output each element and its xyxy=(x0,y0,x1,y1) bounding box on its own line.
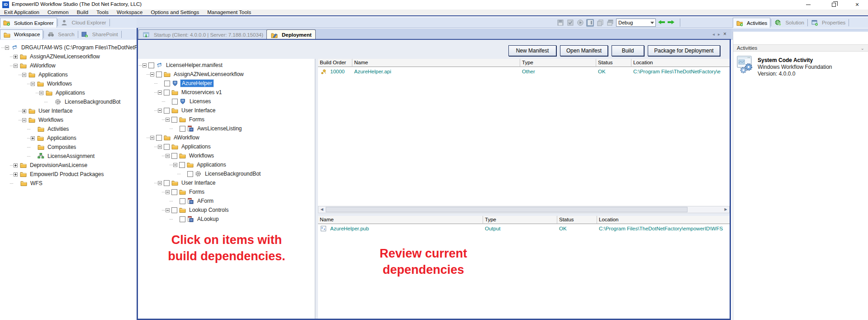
tree-item-forms[interactable]: Forms xyxy=(162,187,206,196)
tree-item-azurehelper[interactable]: AzureHelper xyxy=(154,79,213,88)
build-table-column-type[interactable]: Type xyxy=(520,59,596,67)
manifest-item-checkbox[interactable] xyxy=(156,135,162,141)
collapse-icon[interactable] xyxy=(158,145,162,149)
manifest-item-checkbox[interactable] xyxy=(148,62,154,68)
restore-button[interactable] xyxy=(827,0,840,9)
collapse-icon[interactable] xyxy=(166,154,170,158)
tab-cloud-explorer[interactable]: Cloud Explorer xyxy=(58,18,109,28)
stop-toolbar-button[interactable] xyxy=(586,19,594,27)
tree-item-forms[interactable]: Forms xyxy=(162,115,206,124)
cascade-toolbar-button[interactable] xyxy=(606,19,614,27)
pages-toolbar-button[interactable] xyxy=(596,19,604,27)
activity-list-item[interactable]: System Code Activity Windows Workflow Fo… xyxy=(737,55,832,77)
build-configuration-select[interactable]: Debug xyxy=(616,19,656,27)
collapse-icon[interactable] xyxy=(31,82,35,86)
tree-item-workflows[interactable]: Workflows xyxy=(162,151,215,160)
collapse-icon[interactable] xyxy=(166,208,170,212)
manifest-item-checkbox[interactable] xyxy=(164,108,170,114)
tab-workspace[interactable]: Workspace xyxy=(0,29,43,39)
tree-item-empowerid-product-packages[interactable]: EmpowerID Product Packages xyxy=(10,170,105,179)
menu-item-tools[interactable]: Tools xyxy=(92,10,113,15)
manifest-item-checkbox[interactable] xyxy=(180,126,185,132)
tab-close-button[interactable]: × xyxy=(723,31,726,37)
tab-activities[interactable]: Activities xyxy=(733,18,770,28)
scroll-right-icon[interactable]: ▶ xyxy=(722,206,729,213)
tree-item-licensehelper-manifest[interactable]: LicenseHelper.manifest xyxy=(139,61,224,70)
tree-item-licenses[interactable]: Licenses xyxy=(162,97,212,106)
collapse-icon[interactable] xyxy=(166,190,170,194)
activities-section-header[interactable]: Activities ⌄ xyxy=(733,44,868,52)
manifest-item-checkbox[interactable] xyxy=(171,189,177,195)
manifest-item-checkbox[interactable] xyxy=(164,81,170,86)
menu-item-common[interactable]: Common xyxy=(43,10,73,15)
tree-item-aworkflow[interactable]: AWorkflow xyxy=(10,61,57,70)
tree-item-user-interface[interactable]: User Interface xyxy=(154,178,217,187)
tree-item-drgautam-ws-c-program-files-thedotnetfac[interactable]: DRGAUTAM-WS (C:\Program Files\TheDotNetF… xyxy=(1,43,137,52)
collapse-icon[interactable] xyxy=(158,91,162,95)
tree-item-applications[interactable]: Applications xyxy=(170,160,228,169)
collapse-icon[interactable] xyxy=(14,64,18,68)
collapse-icon[interactable] xyxy=(5,46,9,50)
collapse-icon[interactable] xyxy=(150,136,154,140)
menu-item-workspace[interactable]: Workspace xyxy=(113,10,147,15)
menu-item-build[interactable]: Build xyxy=(73,10,93,15)
tree-item-awslicenselisting[interactable]: AwsLicenseListing xyxy=(170,124,243,133)
tree-item-workflows[interactable]: Workflows xyxy=(27,79,73,88)
collapse-icon[interactable] xyxy=(39,91,43,95)
output-table-column-type[interactable]: Type xyxy=(483,216,557,224)
collapse-icon[interactable] xyxy=(150,72,154,76)
document-tab-deployment[interactable]: Deployment xyxy=(266,29,316,40)
tree-item-lookup-controls[interactable]: Lookup Controls xyxy=(162,205,230,215)
build-table-horizontal-scrollbar[interactable]: ◀ ▶ xyxy=(318,206,730,213)
navigate-forward-button[interactable] xyxy=(668,19,675,26)
collapse-icon[interactable] xyxy=(158,181,162,185)
manifest-item-checkbox[interactable] xyxy=(164,144,170,150)
build-table-column-build-order[interactable]: Build Order xyxy=(318,59,352,67)
manifest-item-checkbox[interactable] xyxy=(179,162,185,168)
tab-properties[interactable]: Properties xyxy=(808,18,848,28)
tree-item-licensebackgroundbot[interactable]: LicenseBackgroundBot xyxy=(44,97,122,106)
close-button[interactable]: × xyxy=(850,0,864,9)
collapse-icon[interactable] xyxy=(142,63,147,67)
tab-solution[interactable]: Solution xyxy=(772,18,807,28)
tree-item-aform[interactable]: AForm xyxy=(170,196,215,205)
manifest-item-checkbox[interactable] xyxy=(180,198,185,204)
save-toolbar-button[interactable] xyxy=(556,19,564,27)
new-manifest-button[interactable]: New Manifest xyxy=(508,45,556,56)
package-for-deployment-button[interactable]: Package for Deployment xyxy=(648,45,720,56)
tree-item-user-interface[interactable]: User Interface xyxy=(19,106,74,115)
tree-item-activities[interactable]: Activities xyxy=(27,124,70,134)
manifest-item-checkbox[interactable] xyxy=(164,90,170,96)
build-table-column-name[interactable]: Name xyxy=(352,59,520,67)
output-table-column-status[interactable]: Status xyxy=(557,216,597,224)
menu-item-exit-application[interactable]: Exit Application xyxy=(0,10,43,15)
tree-item-applications[interactable]: Applications xyxy=(36,88,86,97)
scrollbar-thumb[interactable] xyxy=(326,207,688,212)
manifest-item-checkbox[interactable] xyxy=(187,171,193,177)
document-tab-startup[interactable]: Startup (Client: 4.0.0.0 | Server: 7.188… xyxy=(138,29,267,40)
expand-icon[interactable] xyxy=(31,136,35,140)
tree-item-workflows[interactable]: Workflows xyxy=(19,115,65,124)
expand-icon[interactable] xyxy=(14,55,18,59)
menu-item-management-tools[interactable]: Management Tools xyxy=(203,10,255,15)
tree-item-wfs[interactable]: WFS xyxy=(10,179,44,188)
tree-item-applications[interactable]: Applications xyxy=(19,70,69,79)
tree-item-composites[interactable]: Composites xyxy=(27,143,77,152)
output-table-column-location[interactable]: Location xyxy=(597,216,730,224)
build-button[interactable]: Build xyxy=(612,45,644,56)
build-table-row[interactable]: 10000AzureHelper.apiOtherOKC:\Program Fi… xyxy=(318,67,730,75)
tree-item-applications[interactable]: Applications xyxy=(27,134,78,143)
tree-item-applications[interactable]: Applications xyxy=(154,142,212,151)
manifest-item-checkbox[interactable] xyxy=(164,180,170,186)
chevron-down-icon[interactable]: ⌄ xyxy=(861,46,864,51)
tree-item-assignaznewlicenseorkflow[interactable]: AssignAZNewLicenseorkflow xyxy=(10,52,101,61)
tree-item-licenseassignment[interactable]: LicenseAssignment xyxy=(27,152,96,161)
tree-item-deprovisionawslicense[interactable]: DeprovisionAwsLicense xyxy=(10,161,89,170)
play-toolbar-button[interactable] xyxy=(576,19,584,27)
open-manifest-button[interactable]: Open Manifest xyxy=(560,45,608,56)
expand-icon[interactable] xyxy=(14,163,18,167)
manifest-item-checkbox[interactable] xyxy=(172,99,178,105)
tab-solution-explorer[interactable]: Solution Explorer xyxy=(0,18,57,28)
tree-item-microservices-v1[interactable]: Microservices v1 xyxy=(154,88,223,97)
tree-item-aworkflow[interactable]: AWorkflow xyxy=(147,133,201,142)
